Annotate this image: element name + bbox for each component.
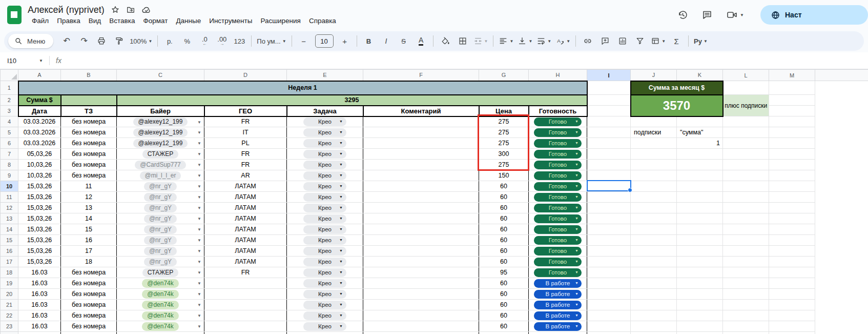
price-cell[interactable]: 60: [479, 321, 529, 332]
toolbar-search-menu[interactable]: Меню: [8, 34, 53, 48]
cell-blank[interactable]: [815, 116, 868, 127]
chevron-down-icon[interactable]: ▼: [740, 13, 744, 17]
cell-M18[interactable]: [769, 267, 815, 278]
cell-M13[interactable]: [769, 213, 815, 224]
month-sum-label-cell[interactable]: Сумма за месяц $: [631, 81, 723, 95]
cell-partial[interactable]: [363, 332, 479, 334]
date-cell[interactable]: 15,03,26: [18, 192, 61, 203]
buyer-cell[interactable]: @alexey12_199▼: [117, 127, 204, 138]
cell-partial[interactable]: [287, 332, 363, 334]
status-chip[interactable]: Готово▼: [534, 128, 582, 137]
buyer-cell[interactable]: СТАЖЕР▼: [117, 149, 204, 160]
status-cell[interactable]: Готово▼: [529, 138, 587, 149]
cell-blank[interactable]: [815, 213, 868, 224]
tz-cell[interactable]: 15: [61, 224, 117, 235]
plus-subscriptions-cell[interactable]: плюс подписки: [723, 95, 769, 116]
menu-item-4[interactable]: Формат: [139, 16, 172, 26]
task-chip[interactable]: Крео▼: [303, 236, 346, 245]
cell-blank[interactable]: [815, 127, 868, 138]
row-header-4[interactable]: 4: [1, 116, 18, 127]
status-chip[interactable]: Готово▼: [534, 150, 582, 159]
geo-cell[interactable]: FR: [204, 149, 287, 160]
cell-K14[interactable]: [677, 224, 723, 235]
cell-K15[interactable]: [677, 235, 723, 246]
cell-J14[interactable]: [631, 224, 677, 235]
buyer-chip[interactable]: СТАЖЕР: [142, 150, 178, 159]
column-header-J[interactable]: J: [631, 70, 677, 81]
cell-J15[interactable]: [631, 235, 677, 246]
increase-decimal-button[interactable]: .00→: [214, 34, 230, 48]
date-cell[interactable]: 16.03: [18, 321, 61, 332]
price-cell[interactable]: 60: [479, 257, 529, 267]
table-header-2[interactable]: Байер: [117, 106, 204, 116]
price-cell[interactable]: 275: [479, 127, 529, 138]
price-cell[interactable]: 60: [479, 246, 529, 257]
task-cell[interactable]: Крео▼: [287, 116, 363, 127]
status-cell[interactable]: Готово▼: [529, 213, 587, 224]
buyer-chip[interactable]: @den74k: [142, 311, 179, 320]
cell-blank[interactable]: [815, 321, 868, 332]
comment-cell[interactable]: [363, 257, 479, 267]
cell-I23[interactable]: [587, 321, 631, 332]
task-cell[interactable]: Крео▼: [287, 278, 363, 289]
cell-J22[interactable]: [631, 310, 677, 321]
status-chip[interactable]: Готово▼: [534, 117, 582, 126]
cell-partial[interactable]: [723, 332, 769, 334]
menu-item-1[interactable]: Правка: [53, 16, 85, 26]
geo-cell[interactable]: ЛАТАМ: [204, 213, 287, 224]
borders-button[interactable]: [454, 34, 471, 48]
comment-cell[interactable]: [363, 321, 479, 332]
cell-I11[interactable]: [587, 192, 631, 203]
task-chip[interactable]: Крео▼: [303, 128, 346, 137]
task-cell[interactable]: Крео▼: [287, 224, 363, 235]
column-header-E[interactable]: E: [287, 70, 363, 81]
status-chip[interactable]: Готово▼: [534, 247, 582, 256]
status-cell[interactable]: Готово▼: [529, 116, 587, 127]
cell-blank[interactable]: [815, 300, 868, 310]
task-cell[interactable]: Крео▼: [287, 203, 363, 213]
cell-J7[interactable]: [631, 149, 677, 160]
cell-I13[interactable]: [587, 213, 631, 224]
row-header-9[interactable]: 9: [1, 170, 18, 181]
tz-cell[interactable]: без номера: [61, 267, 117, 278]
status-cell[interactable]: Готово▼: [529, 246, 587, 257]
cell-blank[interactable]: [815, 192, 868, 203]
status-cell[interactable]: Готово▼: [529, 235, 587, 246]
cell-L13[interactable]: [723, 213, 769, 224]
menu-item-0[interactable]: Файл: [28, 16, 53, 26]
decrease-font-size-button[interactable]: −: [296, 34, 312, 48]
date-cell[interactable]: 16.03: [18, 310, 61, 321]
table-header-7[interactable]: Готовность: [529, 106, 587, 116]
week-title-cell[interactable]: Неделя 1: [18, 81, 587, 95]
tz-cell[interactable]: 11: [61, 181, 117, 192]
task-chip[interactable]: Крео▼: [303, 150, 346, 159]
row-header-13[interactable]: 13: [1, 213, 18, 224]
column-header-blank[interactable]: [815, 70, 868, 81]
geo-cell[interactable]: ЛАТАМ: [204, 235, 287, 246]
cell-M6[interactable]: [769, 138, 815, 149]
dropdown-arrow-icon[interactable]: ▼: [197, 292, 201, 297]
column-header-H[interactable]: H: [529, 70, 587, 81]
table-header-4[interactable]: Задача: [287, 106, 363, 116]
cell-I20[interactable]: [587, 289, 631, 300]
price-cell[interactable]: 60: [479, 289, 529, 300]
input-tools-button[interactable]: Ру▼: [692, 34, 709, 48]
cell-M7[interactable]: [769, 149, 815, 160]
cell-blank[interactable]: [815, 257, 868, 267]
cell-partial[interactable]: [18, 332, 61, 334]
cell-L21[interactable]: [723, 300, 769, 310]
cell-I21[interactable]: [587, 300, 631, 310]
task-cell[interactable]: Крео▼: [287, 170, 363, 181]
cell-blank[interactable]: [815, 95, 868, 106]
buyer-chip[interactable]: @nr_gY: [144, 214, 177, 223]
dropdown-arrow-icon[interactable]: ▼: [197, 195, 201, 200]
row-header-2[interactable]: 2: [1, 95, 18, 106]
task-chip[interactable]: Крео▼: [303, 322, 346, 331]
row-header-18[interactable]: 18: [1, 267, 18, 278]
cell-M11[interactable]: [769, 192, 815, 203]
cell-L8[interactable]: [723, 160, 769, 170]
row-header-17[interactable]: 17: [1, 257, 18, 267]
functions-button[interactable]: Σ: [668, 34, 685, 48]
comment-cell[interactable]: [363, 289, 479, 300]
dropdown-arrow-icon[interactable]: ▼: [197, 313, 201, 318]
